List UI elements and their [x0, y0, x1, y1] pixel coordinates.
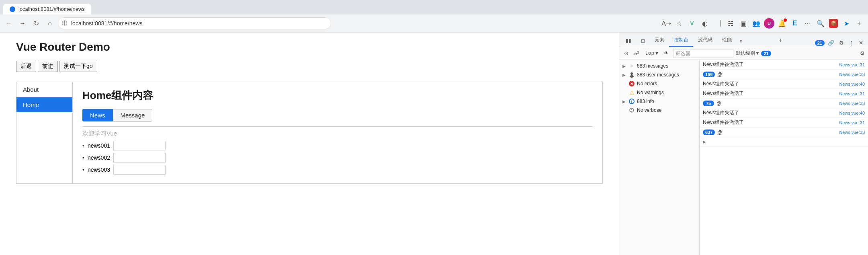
log-link[interactable]: News.vue:40	[839, 82, 865, 86]
eye-btn[interactable]: 👁	[662, 49, 671, 57]
home-button[interactable]: ⌂	[44, 18, 55, 29]
extensions-button[interactable]: ◐	[699, 18, 710, 29]
reload-button[interactable]: ↻	[31, 18, 42, 29]
log-link[interactable]: News.vue:31	[839, 91, 865, 96]
log-link[interactable]: News.vue:40	[839, 111, 865, 115]
profile-avatar: U	[764, 18, 774, 29]
search-right-button[interactable]: 🔍	[815, 18, 826, 29]
back-nav-button[interactable]: 后退	[16, 61, 36, 72]
address-wrapper: ⓘ	[58, 17, 331, 29]
top-select[interactable]: top ▼	[643, 49, 660, 57]
devtab-plus[interactable]: +	[775, 35, 786, 47]
devtab-elements[interactable]: 元素	[650, 34, 669, 47]
log-text: News组件失活了	[703, 80, 837, 87]
collections-button[interactable]: ▣	[738, 18, 749, 29]
sidebar-user-messages[interactable]: ▶ 883 user messages	[619, 70, 699, 79]
devtools-share-btn[interactable]: 🔗	[826, 39, 836, 47]
devtab-performance[interactable]: 性能	[717, 34, 737, 47]
filter-input[interactable]	[673, 49, 733, 58]
sidebar-messages[interactable]: ▶ ≡ 883 messages	[619, 62, 699, 70]
log-row: News组件失活了 News.vue:40	[700, 79, 868, 89]
list-item: news003	[82, 165, 593, 175]
devtools-toolbar: ⊘ ☍ top ▼ 👁 默认级别 ▼ 21 ⚙	[619, 47, 868, 60]
test-nav-button[interactable]: 测试一下go	[59, 61, 97, 72]
log-text: News组件被激活了	[703, 90, 837, 97]
list-icon: ≡	[629, 63, 635, 69]
log-text: News组件被激活了	[703, 61, 837, 68]
ext-arrow-button[interactable]: ➤	[841, 18, 852, 29]
news-item-input-1[interactable]	[113, 141, 166, 150]
news-item-input-2[interactable]	[113, 153, 166, 162]
news-section: 欢迎学习Vue news001 news002 news003	[82, 126, 593, 175]
sidebar-verbose[interactable]: ▶ No verbose	[619, 106, 699, 115]
back-button[interactable]: ←	[3, 18, 14, 29]
sidebar-errors[interactable]: ▶ ✕ No errors	[619, 79, 699, 88]
log-row: News组件被激活了 News.vue:31	[700, 89, 868, 99]
info-icon: ⓘ	[62, 20, 67, 27]
log-count-badge: 21	[761, 51, 771, 56]
ext-plus-button[interactable]: +	[854, 18, 865, 29]
clear-console-btn[interactable]: ⊘	[622, 49, 630, 57]
address-input[interactable]	[58, 17, 331, 29]
bookmark-button[interactable]: ☆	[674, 18, 685, 29]
profile-button[interactable]: U	[764, 18, 775, 29]
sidebar-warnings[interactable]: ▶ ⚠ No warnings	[619, 88, 699, 97]
log-link[interactable]: News.vue:33	[839, 72, 865, 77]
sidebar-button[interactable]: ⎹	[712, 18, 723, 29]
devtools-close-btn[interactable]: ✕	[857, 39, 865, 47]
log-badge-166: 166	[703, 72, 715, 77]
log-link[interactable]: News.vue:31	[839, 62, 865, 67]
devtab-console[interactable]: 控制台	[669, 34, 693, 47]
sub-tab-message[interactable]: Message	[113, 109, 153, 121]
news-list: news001 news002 news003	[82, 141, 593, 175]
devtab-sources[interactable]: 源代码	[693, 34, 717, 47]
filter-btn[interactable]: ☍	[633, 49, 641, 57]
devtools-log-panel: News组件被激活了 News.vue:31 166 @ News.vue:33…	[700, 60, 868, 255]
devtools-body: ▶ ≡ 883 messages ▶ 883 user messages ▶ ✕	[619, 60, 868, 255]
error-circle-icon: ✕	[629, 81, 635, 86]
forward-nav-button[interactable]: 前进	[38, 61, 58, 72]
devtools-tabs: ▮▮ ◻ 元素 控制台 源代码 性能 » + 21 🔗 ⚙ ⋮ ✕	[619, 33, 868, 47]
sidebar-info[interactable]: ▶ i 883 info	[619, 97, 699, 106]
console-settings-btn[interactable]: ⚙	[860, 50, 865, 56]
forward-button[interactable]: →	[17, 18, 28, 29]
log-text: @	[717, 72, 837, 77]
tab-title: localhost:8081/#/home/news	[18, 6, 85, 12]
user-accounts-button[interactable]: 👥	[751, 18, 762, 29]
browser-chrome: localhost:8081/#/home/news ← → ↻ ⌂ ⓘ A➝ …	[0, 0, 868, 33]
log-link[interactable]: News.vue:33	[839, 130, 865, 135]
devtab-inspect[interactable]: ◻	[636, 35, 650, 47]
ext-red-button[interactable]: 📦	[828, 18, 839, 29]
top-dropdown-icon: ▼	[655, 50, 658, 56]
active-tab[interactable]: localhost:8081/#/home/news	[3, 4, 91, 14]
expand-arrow-icon[interactable]: ▶	[703, 140, 706, 144]
log-row: 166 @ News.vue:33	[700, 70, 868, 79]
log-link[interactable]: News.vue:31	[839, 120, 865, 125]
log-link[interactable]: News.vue:33	[839, 101, 865, 106]
ext-vue-button[interactable]: V	[686, 18, 698, 29]
level-select[interactable]: 默认级别 ▼	[736, 50, 759, 57]
devtools-sidebar: ▶ ≡ 883 messages ▶ 883 user messages ▶ ✕	[619, 60, 700, 255]
log-row: News组件被激活了 News.vue:31	[700, 60, 868, 70]
sidebar-item-about[interactable]: About	[16, 82, 72, 97]
info-circle-icon: i	[629, 99, 635, 104]
devtools-panel: ▮▮ ◻ 元素 控制台 源代码 性能 » + 21 🔗 ⚙ ⋮ ✕ ⊘ ☍ to…	[619, 33, 868, 255]
favorites-button[interactable]: ☵	[725, 18, 736, 29]
news-item-input-3[interactable]	[113, 165, 166, 175]
sub-tabs: News Message	[82, 109, 593, 121]
sub-tab-news[interactable]: News	[82, 109, 113, 121]
news-item-label-1: news001	[88, 142, 110, 149]
devtab-more[interactable]: »	[737, 36, 746, 47]
devtools-more-btn[interactable]: ⋮	[847, 39, 856, 47]
edge-icon-button[interactable]: Е	[789, 18, 800, 29]
verbose-icon	[629, 107, 635, 113]
list-item: news002	[82, 153, 593, 162]
news-subtitle: 欢迎学习Vue	[82, 130, 593, 138]
notification-button[interactable]: 🔔	[776, 18, 788, 29]
log-text: @	[717, 130, 837, 135]
devtools-settings-btn[interactable]: ⚙	[837, 39, 845, 47]
translate-button[interactable]: A➝	[661, 18, 672, 29]
devtab-screenshot[interactable]: ▮▮	[621, 35, 636, 47]
sidebar-item-home[interactable]: Home	[16, 97, 72, 112]
settings-button[interactable]: ⋯	[802, 18, 813, 29]
